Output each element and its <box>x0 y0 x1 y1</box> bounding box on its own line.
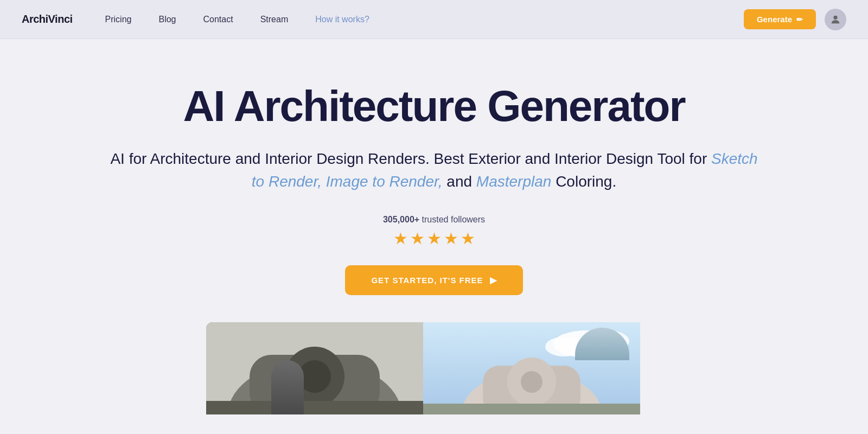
showcase <box>22 322 846 414</box>
nav-how-it-works[interactable]: How it works? <box>315 15 369 24</box>
hero-section: AI Architecture Generator AI for Archite… <box>0 39 868 414</box>
svg-rect-17 <box>423 404 640 414</box>
svg-point-10 <box>586 330 629 352</box>
star-3: ★ <box>427 229 442 248</box>
generate-button[interactable]: Generate ✏ <box>744 9 816 29</box>
hero-title: AI Architecture Generator <box>183 82 685 130</box>
svg-point-6 <box>298 360 331 393</box>
navbar-actions: Generate ✏ <box>744 9 846 30</box>
svg-point-16 <box>521 371 542 393</box>
user-avatar[interactable] <box>825 9 846 30</box>
trust-count: 305,000+ trusted followers <box>383 215 485 225</box>
showcase-image-left <box>206 322 423 414</box>
pencil-icon: ✏ <box>796 15 803 24</box>
left-render-svg <box>206 322 423 414</box>
showcase-images <box>206 322 662 414</box>
nav-stream[interactable]: Stream <box>260 15 289 24</box>
arrow-icon: ▶ <box>490 275 497 285</box>
star-4: ★ <box>444 229 458 248</box>
nav-pricing[interactable]: Pricing <box>105 15 132 24</box>
user-icon <box>829 14 841 25</box>
trust-section: 305,000+ trusted followers ★ ★ ★ ★ ★ <box>383 215 485 250</box>
star-5: ★ <box>461 229 475 248</box>
nav-blog[interactable]: Blog <box>158 15 176 24</box>
hero-subtitle: AI for Architecture and Interior Design … <box>108 148 760 193</box>
star-1: ★ <box>393 229 408 248</box>
nav-contact[interactable]: Contact <box>203 15 233 24</box>
svg-point-0 <box>833 15 837 19</box>
svg-point-11 <box>545 337 583 356</box>
svg-rect-7 <box>206 401 423 414</box>
navbar: ArchiVinci Pricing Blog Contact Stream H… <box>0 0 868 39</box>
right-render-svg <box>423 322 640 414</box>
cta-button[interactable]: GET STARTED, IT'S FREE ▶ <box>345 265 522 295</box>
nav-links: Pricing Blog Contact Stream How it works… <box>105 15 744 24</box>
star-rating: ★ ★ ★ ★ ★ <box>393 229 475 248</box>
star-2: ★ <box>410 229 425 248</box>
logo[interactable]: ArchiVinci <box>22 13 73 25</box>
showcase-image-right <box>423 322 640 414</box>
